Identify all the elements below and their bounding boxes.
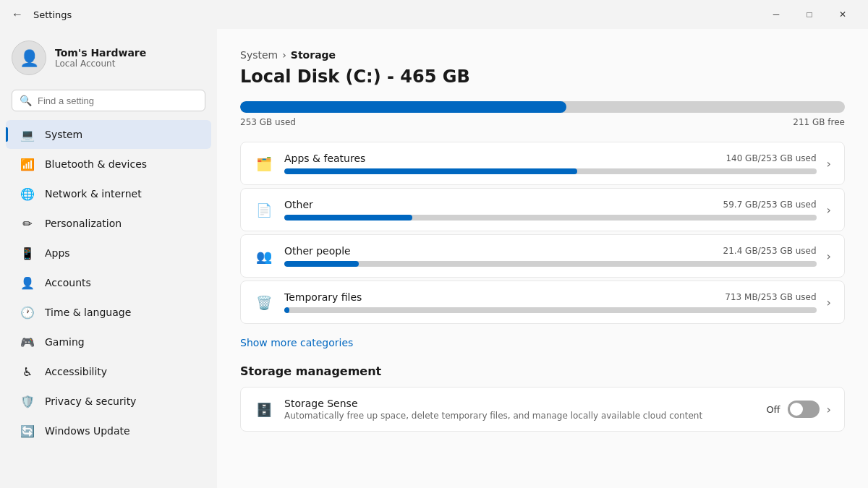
sidebar-item-label-apps: Apps [45,247,70,259]
sidebar-item-label-gaming: Gaming [45,336,85,348]
sidebar-item-label-accessibility: Accessibility [45,366,107,377]
storage-bar-fill [240,101,566,113]
show-more-link[interactable]: Show more categories [240,337,353,348]
storage-sense-name: Storage Sense [284,398,756,409]
category-info: Temporary files 713 MB/253 GB used [284,291,817,313]
mini-bar-fill [284,261,359,267]
titlebar-left: ← Settings [9,5,72,24]
sidebar-item-label-network: Network & internet [45,188,142,200]
category-name: Other [284,199,313,210]
sidebar-item-label-privacy: Privacy & security [45,395,136,407]
search-input[interactable] [38,95,197,106]
category-size: 59.7 GB/253 GB used [723,200,817,210]
close-button[interactable]: ✕ [826,3,859,26]
sidebar-item-network[interactable]: 🌐 Network & internet [6,179,211,208]
sidebar-item-label-update: Windows Update [45,425,130,437]
sidebar-item-bluetooth[interactable]: 📶 Bluetooth & devices [6,150,211,179]
sidebar-item-personalization[interactable]: ✏️ Personalization [6,209,211,238]
bluetooth-icon: 📶 [20,157,35,171]
category-header: Other 59.7 GB/253 GB used [284,199,817,210]
network-icon: 🌐 [20,187,35,201]
category-icon: 🗂️ [254,153,274,174]
sidebar-item-label-personalization: Personalization [45,218,122,229]
category-card[interactable]: 📄 Other 59.7 GB/253 GB used › [240,188,845,231]
mini-bar-track [284,168,817,174]
user-info: Tom's Hardware Local Account [55,47,146,69]
category-card[interactable]: 👥 Other people 21.4 GB/253 GB used › [240,234,845,278]
user-name: Tom's Hardware [55,47,146,59]
maximize-button[interactable]: □ [793,3,826,26]
gaming-icon: 🎮 [20,335,35,349]
category-header: Apps & features 140 GB/253 GB used [284,153,817,164]
sidebar-item-apps[interactable]: 📱 Apps [6,239,211,267]
personalization-icon: ✏️ [20,216,35,231]
chevron-right-icon: › [827,296,831,309]
chevron-right-icon: › [827,203,831,217]
sidebar: 👤 Tom's Hardware Local Account 🔍 💻 Syste… [0,29,217,488]
search-box[interactable]: 🔍 [12,90,205,111]
sidebar-item-gaming[interactable]: 🎮 Gaming [6,328,211,356]
category-icon: 👥 [254,246,274,266]
back-button[interactable]: ← [9,5,26,24]
sidebar-item-update[interactable]: 🔄 Windows Update [6,416,211,445]
mini-bar-fill [284,215,412,221]
chevron-right-icon: › [827,249,831,263]
accounts-icon: 👤 [20,275,35,290]
category-header: Other people 21.4 GB/253 GB used [284,245,817,257]
sidebar-item-accounts[interactable]: 👤 Accounts [6,268,211,297]
mini-bar-track [284,307,817,313]
sidebar-item-label-time: Time & language [45,307,131,318]
category-info: Apps & features 140 GB/253 GB used [284,153,817,174]
category-name: Temporary files [284,291,362,303]
category-card[interactable]: 🗑️ Temporary files 713 MB/253 GB used › [240,281,845,324]
breadcrumb-separator: › [282,49,286,61]
breadcrumb-parent: System [240,49,278,61]
search-icon: 🔍 [20,95,32,106]
apps-icon: 📱 [20,246,35,260]
storage-sense-toggle[interactable] [788,401,820,418]
update-icon: 🔄 [20,424,35,438]
mini-bar-track [284,261,817,267]
system-icon: 💻 [20,127,35,142]
sidebar-item-privacy[interactable]: 🛡️ Privacy & security [6,387,211,416]
page-title: Local Disk (C:) - 465 GB [240,67,845,87]
sidebar-item-accessibility[interactable]: ♿ Accessibility [6,357,211,386]
category-size: 713 MB/253 GB used [725,292,816,302]
management-title: Storage management [240,364,845,378]
user-profile[interactable]: 👤 Tom's Hardware Local Account [0,29,217,90]
sidebar-nav: 💻 System 📶 Bluetooth & devices 🌐 Network… [0,120,217,445]
sidebar-item-label-accounts: Accounts [45,277,91,288]
category-size: 140 GB/253 GB used [726,153,816,163]
category-icon: 🗑️ [254,292,274,312]
accessibility-icon: ♿ [20,364,35,379]
user-role: Local Account [55,59,146,69]
storage-sense-icon: 🗄️ [254,399,274,419]
category-icon: 📄 [254,200,274,220]
titlebar-controls: ─ □ ✕ [760,3,859,26]
category-name: Other people [284,245,351,257]
sidebar-item-system[interactable]: 💻 System [6,120,211,149]
storage-sense-info: Storage Sense Automatically free up spac… [284,398,756,421]
categories-container: 🗂️ Apps & features 140 GB/253 GB used › … [240,142,845,324]
titlebar: ← Settings ─ □ ✕ [0,0,868,29]
minimize-button[interactable]: ─ [760,3,793,26]
storage-used-label: 253 GB used [240,117,296,127]
category-info: Other people 21.4 GB/253 GB used [284,245,817,267]
time-icon: 🕐 [20,305,35,320]
main-content: System › Storage Local Disk (C:) - 465 G… [217,29,868,488]
chevron-right-icon: › [827,157,831,171]
category-card[interactable]: 🗂️ Apps & features 140 GB/253 GB used › [240,142,845,185]
titlebar-title: Settings [33,9,72,20]
sidebar-item-label-system: System [45,129,82,140]
storage-bar-track [240,101,845,113]
mini-bar-track [284,215,817,221]
category-info: Other 59.7 GB/253 GB used [284,199,817,221]
sidebar-item-label-bluetooth: Bluetooth & devices [45,158,147,170]
storage-sense-card[interactable]: 🗄️ Storage Sense Automatically free up s… [240,387,845,432]
storage-labels: 253 GB used 211 GB free [240,117,845,127]
storage-bar-container [240,101,845,113]
breadcrumb-current: Storage [291,49,336,61]
storage-sense-chevron-icon: › [827,403,831,416]
sidebar-item-time[interactable]: 🕐 Time & language [6,298,211,327]
category-size: 21.4 GB/253 GB used [723,246,817,256]
